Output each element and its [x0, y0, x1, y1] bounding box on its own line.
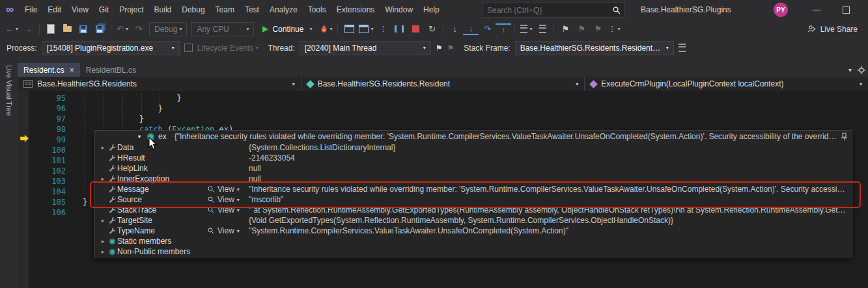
tab-resident-cs[interactable]: Resident.cs ×	[18, 63, 80, 77]
previous-bookmark-button[interactable]: ⚑	[574, 22, 589, 36]
datatip-root-row[interactable]: ▾ ex {"Inheritance security rules violat…	[95, 131, 852, 142]
datatip-row-innerexception[interactable]: ▸ InnerException null	[95, 174, 852, 184]
continue-button[interactable]: Continue▾	[258, 22, 316, 36]
break-all-button[interactable]	[391, 22, 407, 36]
datatip-row-message[interactable]: Message View▾ "Inheritance security rule…	[95, 184, 852, 194]
line-number: 95	[29, 94, 66, 103]
new-file-button[interactable]	[43, 22, 59, 36]
undo-button[interactable]: ↶▾	[115, 22, 130, 36]
stack-frame-dropdown[interactable]: Base.HealthierSG.Residents.Resident.Exec…	[515, 41, 674, 55]
flag-outline-icon[interactable]: ⚑	[447, 44, 455, 53]
menu-item-view[interactable]: View	[66, 0, 94, 20]
thread-dropdown[interactable]: [20240] Main Thread▾	[300, 41, 431, 55]
toggle-bookmark-button[interactable]: ⚑	[557, 22, 573, 36]
datatip-row-targetsite[interactable]: ▸ TargetSite {Void GetExportedTypes(Syst…	[95, 215, 852, 226]
project-dropdown[interactable]: C# Base.HealthierSG.Residents ▾	[18, 77, 301, 91]
view-link[interactable]: View▾	[207, 205, 249, 215]
output-window-button[interactable]: ▾	[518, 22, 534, 36]
menu-item-git[interactable]: Git	[94, 0, 114, 20]
stop-debugging-button[interactable]	[408, 22, 423, 36]
menu-item-extensions[interactable]: Extensions	[331, 0, 380, 20]
menu-item-file[interactable]: File	[20, 0, 42, 20]
solution-configuration-dropdown[interactable]: Debug▾	[149, 22, 187, 36]
step-out-button[interactable]: ↑	[496, 23, 511, 35]
menu-item-test[interactable]: Test	[240, 0, 264, 20]
datatip-row-helplink[interactable]: HelpLink null	[95, 163, 852, 174]
show-next-statement-button[interactable]: ↓	[447, 22, 462, 36]
live-visual-tree-label: Live Visual Tree	[5, 65, 13, 288]
find-in-files-button[interactable]	[535, 22, 550, 36]
chevron-down-icon: ▾	[126, 26, 128, 32]
menu-item-edit[interactable]: Edit	[42, 0, 66, 20]
step-over-button[interactable]: ↷	[479, 22, 495, 36]
chevron-down-icon: ▾	[617, 26, 620, 32]
minimize-button[interactable]: —	[805, 0, 828, 20]
datatip-row-hresult[interactable]: HResult -2146233054	[95, 153, 852, 163]
datatip-row-data[interactable]: ▸ Data {System.Collections.ListDictionar…	[95, 142, 852, 153]
expander-icon[interactable]: ▸	[99, 238, 107, 244]
document-list-chevron-icon[interactable]: ▾	[848, 66, 852, 73]
navigate-back-button[interactable]: ←▾	[4, 22, 20, 36]
lifecycle-events-dropdown[interactable]: Lifecycle Events▾	[197, 44, 259, 53]
menu-item-help[interactable]: Help	[418, 0, 445, 20]
open-file-button[interactable]	[59, 22, 75, 36]
expander-expanded-icon[interactable]: ▾	[135, 133, 143, 140]
row-value: " at System.Reflection.RuntimeAssembly.G…	[249, 205, 848, 215]
datatip-row-nonpublic-members[interactable]: ▸ Non-Public members	[95, 246, 852, 257]
datatip-row-stacktrace[interactable]: StackTrace View▾ " at System.Reflection.…	[95, 205, 852, 215]
datatip-row-static-members[interactable]: ▸ Static members	[95, 236, 852, 246]
row-value: null	[249, 174, 848, 183]
member-dropdown[interactable]: ExecuteCrmPlugin(LocalPluginContext loca…	[585, 77, 868, 91]
hot-reload-button[interactable]: ▾	[318, 22, 334, 36]
menu-item-debug[interactable]: Debug	[176, 0, 210, 20]
save-icon	[79, 25, 87, 33]
expander-icon[interactable]: ▸	[99, 217, 107, 224]
menu-item-analyze[interactable]: Analyze	[264, 0, 303, 20]
members-group-icon	[107, 249, 117, 255]
code-window-button[interactable]	[341, 22, 357, 36]
menu-item-tools[interactable]: Tools	[303, 0, 331, 20]
redo-button[interactable]: ↷	[131, 22, 147, 36]
breakpoint-margin[interactable]	[18, 91, 29, 288]
step-into-button[interactable]: ↓	[463, 23, 479, 35]
quick-search-box[interactable]	[482, 3, 625, 18]
process-dropdown[interactable]: [15408] PluginRegistration.exe▾	[42, 41, 180, 55]
search-input[interactable]	[483, 6, 612, 15]
stack-frame-options-icon[interactable]	[679, 44, 686, 52]
datatip-row-source[interactable]: Source View▾ "mscorlib"	[95, 194, 852, 205]
flag-icon[interactable]: ⚑	[436, 44, 443, 53]
datatip-row-typename[interactable]: TypeName View▾ "System.Runtime.CompilerS…	[95, 226, 852, 236]
view-link[interactable]: View▾	[207, 185, 249, 194]
menu-item-project[interactable]: Project	[114, 0, 148, 20]
bookmark-overflow-button[interactable]: ⋮▾	[606, 22, 622, 36]
visual-studio-logo-icon: ∞	[0, 3, 20, 16]
close-tab-icon[interactable]: ×	[70, 66, 74, 74]
next-bookmark-button[interactable]: ⚑	[590, 22, 606, 36]
restart-button[interactable]: ↻	[424, 22, 440, 36]
solution-platform-dropdown[interactable]: Any CPU▾	[191, 22, 254, 36]
window-layout-button[interactable]: ▾	[357, 22, 374, 36]
pin-icon[interactable]	[841, 133, 848, 141]
line-number: 101	[29, 156, 66, 165]
gear-icon[interactable]	[858, 66, 865, 74]
account-avatar[interactable]: PY	[774, 3, 788, 17]
menu-item-window[interactable]: Window	[380, 0, 418, 20]
menu-item-build[interactable]: Build	[149, 0, 177, 20]
view-link[interactable]: View▾	[207, 195, 249, 204]
view-link[interactable]: View▾	[207, 226, 249, 235]
toolbar-overflow-button[interactable]: ⋮	[375, 22, 391, 36]
live-share-button[interactable]: Live Share	[807, 25, 858, 34]
expander-icon[interactable]: ▸	[99, 248, 107, 255]
expander-icon[interactable]: ▸	[99, 144, 107, 151]
maximize-button[interactable]	[834, 0, 858, 20]
expander-icon[interactable]: ▸	[99, 176, 107, 182]
process-label: Process:	[7, 44, 37, 53]
live-visual-tree-tab[interactable]: Live Visual Tree	[0, 57, 18, 288]
type-dropdown[interactable]: Base.HealthierSG.Residents.Resident ▾	[301, 77, 585, 91]
menu-item-team[interactable]: Team	[210, 0, 240, 20]
save-button[interactable]	[76, 22, 91, 36]
save-all-button[interactable]	[92, 22, 107, 36]
navigate-forward-button[interactable]: →	[20, 22, 36, 36]
tab-residentbl-cs[interactable]: ResidentBL.cs	[80, 63, 142, 77]
row-value: "Inheritance security rules violated whi…	[249, 185, 848, 194]
